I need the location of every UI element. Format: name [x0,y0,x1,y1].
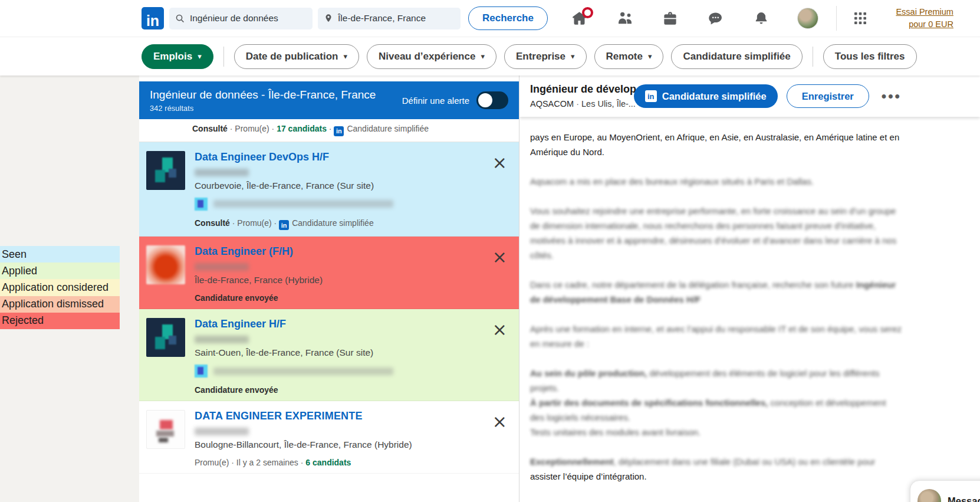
linkedin-bug-icon: in [645,90,657,102]
job-location: Île-de-France, France (Hybride) [195,275,512,286]
footer-segment: Promu(e) [235,124,269,133]
description-segment: Après une formation en interne, et avec … [530,324,902,349]
home-icon[interactable] [571,10,588,27]
results-title: Ingénieur de données - Île-de-France, Fr… [150,88,376,101]
jobs-briefcase-icon[interactable] [662,10,679,27]
linkedin-job-search-page: in Recherche [0,0,980,502]
filter-date-de-publication[interactable]: Date de publication▾ [234,44,359,69]
job-title-link[interactable]: DATA ENGINEER EXPERIMENTE [195,410,512,422]
job-card-data-engineer-f-h[interactable]: Data Engineer (F/H)Île-de-France, France… [139,237,519,309]
job-detail-location: Les Ulis, Île-... [581,99,636,109]
dot-separator: · [230,218,237,228]
job-title-link[interactable]: Data Engineer (F/H) [195,245,512,258]
job-card-body: Data Engineer (F/H)Île-de-France, France… [195,245,512,303]
description-paragraph: Exceptionnellement, déplacement dans une… [530,454,902,484]
search-icon [175,13,185,24]
description-paragraph: Au sein du pôle production, développemen… [530,366,902,439]
more-options-icon[interactable]: ••• [878,90,905,102]
job-detail-header: Ingénieur de dévelop... AQSACOM · Les Ul… [519,76,980,117]
easy-apply-button[interactable]: in Candidature simplifiée [634,84,778,108]
job-alert-toggle[interactable] [476,91,508,109]
description-segment: Tests unitaires des modules avant livrai… [530,427,701,437]
toggle-knob [478,93,492,107]
description-segment: , déplacement dans une filiale (Dubaï ou… [614,457,876,467]
job-title-link[interactable]: Data Engineer H/F [195,318,512,330]
filter-label: Niveau d’expérience [379,51,475,63]
footer-segment: 17 candidats [277,124,327,133]
profile-avatar[interactable] [797,8,818,29]
filter-niveau-d-experience[interactable]: Niveau d’expérience▾ [367,44,496,69]
chevron-down-icon: ▾ [198,52,202,61]
chevron-down-icon: ▾ [648,52,652,61]
keyword-search-box[interactable] [169,8,313,29]
save-job-button[interactable]: Enregistrer [787,84,869,108]
network-icon[interactable] [617,10,633,27]
job-card-body: Data Engineer H/FSaint-Ouen, Île-de-Fran… [195,318,512,395]
navbar-divider [836,6,837,31]
company-name-blurred [195,336,249,343]
location-input[interactable] [338,13,455,24]
job-alert-control: Définir une alerte [402,91,508,109]
dismiss-job-icon[interactable]: × [492,250,507,265]
search-input[interactable] [190,13,307,24]
results-header: Ingénieur de données - Île-de-France, Fr… [139,81,519,119]
dismiss-job-icon[interactable]: × [492,155,507,170]
linkedin-logo[interactable]: in [142,7,164,29]
description-paragraph: Vous souhaitez rejoindre une entreprise … [530,204,902,263]
navbar-inner: in Recherche [142,6,980,31]
company-logo [146,318,185,357]
job-results-panel: Ingénieur de données - Île-de-France, Fr… [139,76,519,502]
company-name-blurred [195,263,249,271]
benefit-icon [195,198,208,211]
dismiss-job-icon[interactable]: × [492,414,507,429]
filter-divider [813,47,813,67]
job-card-data-engineer-h-f[interactable]: Data Engineer H/FSaint-Ouen, Île-de-Fran… [139,309,519,401]
job-location: Boulogne-Billancourt, Île-de-France, Fra… [195,439,512,450]
dot-separator: · [298,458,305,467]
company-logo [146,410,185,449]
filter-label: Date de publication [246,51,338,63]
job-cards: Data Engineer DevOps H/FCourbevoie, Île-… [139,142,519,474]
filter-candidature-simplifiee[interactable]: Candidature simplifiée [671,44,802,69]
description-segment: assister l’équipe d’intégration. [530,471,647,481]
premium-link[interactable]: Essai Premiumpour 0 EUR [883,6,953,31]
filter-jobs-label: Emplois [153,51,192,63]
description-paragraph: Dans ce cadre, notre département de la d… [530,277,902,307]
messaging-icon[interactable] [708,10,724,27]
messaging-widget[interactable]: Messagerie [910,480,980,502]
description-segment: pays en Europe, au MoyenOrient, en Afriq… [530,132,899,157]
job-card-body: DATA ENGINEER EXPERIMENTEBoulogne-Billan… [195,410,512,467]
scrolled-card-footer: Consulté · Promu(e) · 17 candidats · inC… [139,119,519,142]
filter-remote[interactable]: Remote▾ [594,44,664,69]
footer-segment: 6 candidats [305,458,351,467]
chevron-down-icon: ▾ [481,52,485,61]
job-description: pays en Europe, au MoyenOrient, en Afriq… [519,117,980,484]
filter-entreprise[interactable]: Entreprise▾ [504,44,587,69]
messaging-label: Messagerie [948,496,980,502]
description-segment: Au sein du pôle production, [530,368,647,378]
subtitle-separator: · [576,99,581,109]
all-filters-button[interactable]: Tous les filtres [823,44,917,69]
job-card-footer: Candidature envoyée [195,293,512,303]
all-filters-label: Tous les filtres [835,51,905,63]
filter-label: Entreprise [516,51,565,63]
job-card-data-engineer-experimente[interactable]: DATA ENGINEER EXPERIMENTEBoulogne-Billan… [139,401,519,474]
linkedin-bug-icon: in [279,220,289,230]
dismiss-job-icon[interactable]: × [492,322,507,337]
footer-segment: Promu(e) [237,218,271,228]
legend: SeenAppliedApplication consideredApplica… [0,246,120,329]
description-segment: Exceptionnellement [530,457,614,467]
top-navbar: in Recherche [0,0,980,37]
job-detail-company[interactable]: AQSACOM [530,99,574,109]
filter-label: Candidature simplifiée [683,51,790,63]
job-card-data-engineer-devops-h-f[interactable]: Data Engineer DevOps H/FCourbevoie, Île-… [139,142,519,237]
notifications-bell-icon[interactable] [753,10,769,27]
apps-grid-icon[interactable] [852,10,869,27]
footer-segment: Consulté [195,218,230,228]
location-search-box[interactable] [318,8,461,29]
job-title-link[interactable]: Data Engineer DevOps H/F [195,151,512,163]
filter-jobs-dropdown[interactable]: Emplois ▾ [142,44,213,69]
navbar-icons [571,10,769,27]
search-submit-button[interactable]: Recherche [468,6,548,30]
job-benefits-blurred [195,365,512,378]
